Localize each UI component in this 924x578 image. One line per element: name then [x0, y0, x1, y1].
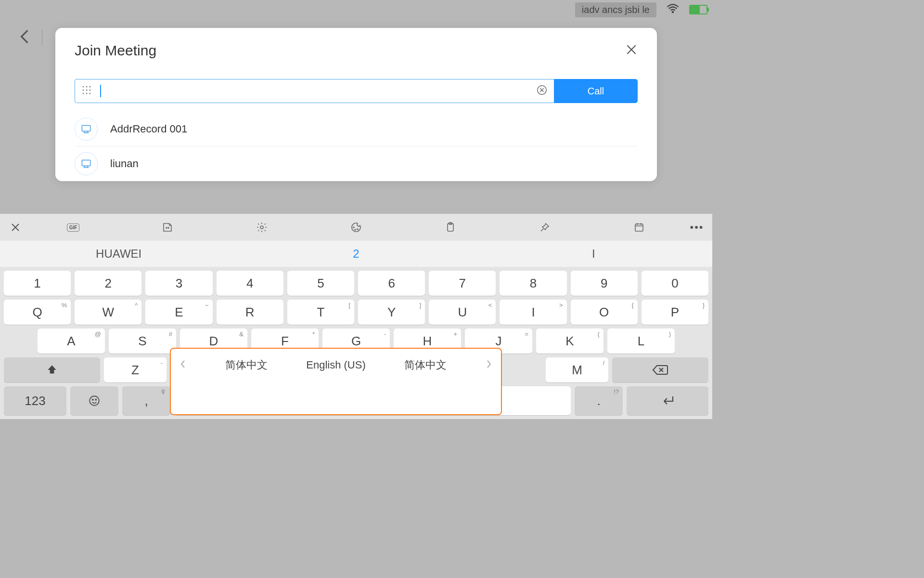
contact-name: AddrRecord 001: [110, 123, 187, 135]
gif-button[interactable]: GIF: [26, 223, 120, 232]
suggestion-bar: HUAWEI 2 I: [0, 241, 712, 267]
svg-point-17: [355, 229, 356, 230]
lang-next-icon[interactable]: [486, 359, 492, 371]
keyboard-close-icon[interactable]: [5, 222, 26, 233]
svg-point-13: [166, 227, 167, 228]
key-w[interactable]: W^: [75, 300, 141, 325]
contact-name: liunan: [110, 158, 139, 170]
modal-header: Join Meeting: [75, 42, 638, 59]
numsym-key[interactable]: 123: [4, 386, 66, 415]
suggestion-2[interactable]: 2: [237, 241, 475, 267]
svg-point-23: [92, 399, 93, 400]
comma-key[interactable]: ,🎙: [122, 386, 170, 415]
key-l[interactable]: L): [607, 328, 675, 354]
meeting-id-input[interactable]: [75, 79, 554, 103]
svg-point-2: [86, 86, 88, 88]
close-icon[interactable]: [625, 43, 638, 58]
svg-point-7: [83, 93, 84, 94]
theme-icon[interactable]: [309, 222, 403, 233]
svg-rect-11: [82, 125, 90, 131]
svg-point-15: [260, 226, 263, 229]
svg-point-16: [353, 227, 354, 228]
status-bar: iadv ancs jsbi le: [0, 0, 712, 19]
key-8[interactable]: 8: [500, 271, 566, 296]
key-4[interactable]: 4: [217, 271, 283, 296]
key-2[interactable]: 2: [75, 271, 141, 296]
key-9[interactable]: 9: [571, 271, 638, 296]
svg-point-8: [86, 93, 88, 94]
more-icon[interactable]: •••: [686, 221, 707, 234]
suggestion-3[interactable]: I: [475, 241, 712, 267]
svg-point-6: [90, 90, 91, 91]
contact-row[interactable]: liunan: [75, 146, 638, 181]
backspace-key[interactable]: [612, 357, 708, 382]
key-i[interactable]: I>: [500, 300, 566, 325]
key-s[interactable]: S#: [109, 328, 176, 354]
back-chevron-icon[interactable]: [19, 29, 30, 46]
svg-rect-12: [82, 160, 90, 166]
svg-point-1: [83, 86, 84, 88]
period-key[interactable]: .!?: [575, 386, 623, 415]
lang-option-left[interactable]: 简体中文: [225, 358, 268, 372]
call-button[interactable]: Call: [554, 79, 638, 103]
back-area: [19, 29, 42, 46]
status-text: iadv ancs jsbi le: [575, 2, 656, 17]
key-k[interactable]: K(: [536, 328, 603, 354]
key-r[interactable]: R: [217, 300, 283, 325]
key-z[interactable]: Z-: [104, 357, 167, 382]
svg-point-9: [90, 93, 91, 94]
key-y[interactable]: Y]: [358, 300, 425, 325]
modal-title: Join Meeting: [75, 42, 156, 59]
key-5[interactable]: 5: [287, 271, 354, 296]
key-a[interactable]: A@: [38, 328, 105, 354]
calendar-icon[interactable]: [592, 222, 686, 233]
wifi-icon: [666, 2, 680, 17]
key-p[interactable]: P}: [642, 300, 708, 325]
sticker-icon[interactable]: [120, 222, 215, 233]
contact-row[interactable]: AddrRecord 001: [75, 112, 638, 146]
contact-avatar-icon: [75, 152, 98, 175]
svg-rect-21: [635, 224, 643, 231]
key-q[interactable]: Q%: [4, 300, 71, 325]
suggestion-1[interactable]: HUAWEI: [0, 241, 237, 267]
lang-option-center[interactable]: English (US): [306, 359, 365, 371]
key-t[interactable]: T[: [287, 300, 354, 325]
svg-point-5: [86, 90, 88, 91]
svg-point-4: [83, 90, 84, 91]
svg-point-14: [168, 227, 169, 228]
emoji-key[interactable]: [70, 386, 118, 415]
svg-point-0: [672, 12, 673, 13]
meeting-input-row: Call: [75, 79, 638, 103]
key-u[interactable]: U<: [429, 300, 496, 325]
shift-key[interactable]: [4, 357, 100, 382]
dialpad-icon[interactable]: [82, 85, 91, 97]
battery-icon: [689, 5, 707, 14]
svg-point-18: [357, 229, 358, 230]
key-7[interactable]: 7: [429, 271, 496, 296]
key-e[interactable]: E~: [145, 300, 212, 325]
contact-avatar-icon: [75, 118, 98, 141]
svg-point-24: [95, 399, 96, 400]
text-cursor: [100, 85, 101, 97]
lang-option-right[interactable]: 简体中文: [404, 358, 447, 372]
divider: [42, 30, 42, 45]
key-o[interactable]: O{: [571, 300, 638, 325]
key-3[interactable]: 3: [145, 271, 212, 296]
settings-icon[interactable]: [215, 222, 309, 233]
key-1[interactable]: 1: [4, 271, 71, 296]
key-m[interactable]: M/: [546, 357, 608, 382]
clipboard-icon[interactable]: [403, 222, 498, 233]
key-6[interactable]: 6: [358, 271, 425, 296]
lang-prev-icon[interactable]: [180, 359, 186, 371]
keyboard-toolbar: GIF •••: [0, 214, 712, 241]
join-meeting-modal: Join Meeting Call AddrRecord 001 liunan: [55, 28, 657, 181]
svg-point-22: [90, 396, 99, 406]
pin-icon[interactable]: [498, 222, 592, 233]
key-0[interactable]: 0: [642, 271, 708, 296]
clear-input-icon[interactable]: [537, 85, 547, 97]
enter-key[interactable]: [627, 386, 708, 415]
svg-point-3: [90, 86, 91, 88]
language-switcher-popup[interactable]: 简体中文 English (US) 简体中文: [170, 348, 502, 415]
